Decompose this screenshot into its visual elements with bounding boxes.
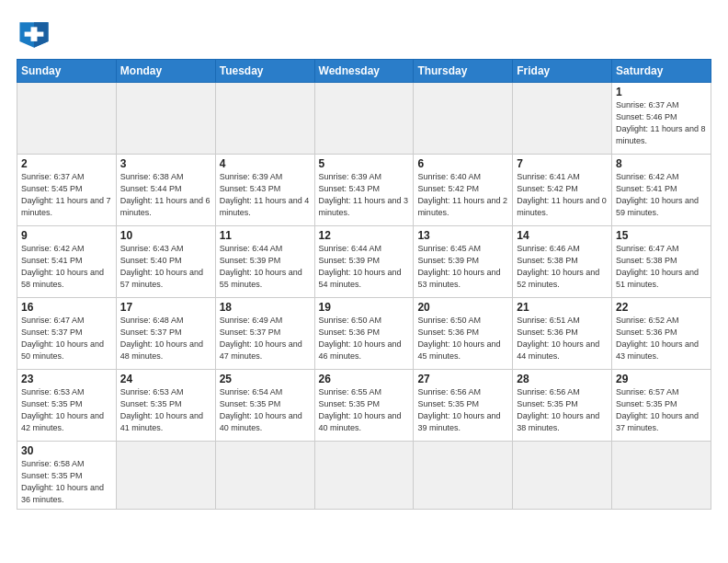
day-info: Sunrise: 6:50 AM Sunset: 5:36 PM Dayligh… <box>417 315 508 362</box>
calendar-cell: 28Sunrise: 6:56 AM Sunset: 5:35 PM Dayli… <box>513 370 612 442</box>
day-number: 27 <box>417 373 508 385</box>
calendar-cell <box>116 83 215 155</box>
day-number: 25 <box>220 373 311 385</box>
day-info: Sunrise: 6:49 AM Sunset: 5:37 PM Dayligh… <box>220 315 311 362</box>
calendar-cell <box>215 83 314 155</box>
calendar-cell: 4Sunrise: 6:39 AM Sunset: 5:43 PM Daylig… <box>215 155 314 226</box>
weekday-header-tuesday: Tuesday <box>215 60 314 83</box>
day-number: 24 <box>120 373 211 385</box>
day-info: Sunrise: 6:44 AM Sunset: 5:39 PM Dayligh… <box>220 243 311 291</box>
day-info: Sunrise: 6:52 AM Sunset: 5:36 PM Dayligh… <box>616 315 707 362</box>
day-number: 16 <box>21 301 112 314</box>
calendar-cell: 25Sunrise: 6:54 AM Sunset: 5:35 PM Dayli… <box>215 370 314 442</box>
day-info: Sunrise: 6:42 AM Sunset: 5:41 PM Dayligh… <box>21 243 112 291</box>
day-number: 3 <box>120 157 211 170</box>
day-info: Sunrise: 6:53 AM Sunset: 5:35 PM Dayligh… <box>21 386 112 434</box>
day-info: Sunrise: 6:47 AM Sunset: 5:38 PM Dayligh… <box>616 243 707 291</box>
calendar-cell: 6Sunrise: 6:40 AM Sunset: 5:42 PM Daylig… <box>414 155 513 226</box>
day-info: Sunrise: 6:48 AM Sunset: 5:37 PM Dayligh… <box>120 315 211 362</box>
day-info: Sunrise: 6:46 AM Sunset: 5:38 PM Dayligh… <box>517 243 608 291</box>
day-info: Sunrise: 6:56 AM Sunset: 5:35 PM Dayligh… <box>417 386 508 434</box>
day-number: 28 <box>517 373 608 385</box>
calendar-cell: 5Sunrise: 6:39 AM Sunset: 5:43 PM Daylig… <box>314 155 414 226</box>
day-number: 26 <box>319 373 410 385</box>
calendar-cell: 21Sunrise: 6:51 AM Sunset: 5:36 PM Dayli… <box>513 298 612 370</box>
day-number: 1 <box>616 86 707 98</box>
calendar-cell: 12Sunrise: 6:44 AM Sunset: 5:39 PM Dayli… <box>314 226 414 298</box>
calendar-cell <box>612 442 711 510</box>
day-info: Sunrise: 6:37 AM Sunset: 5:46 PM Dayligh… <box>616 99 707 147</box>
day-info: Sunrise: 6:45 AM Sunset: 5:39 PM Dayligh… <box>417 243 508 291</box>
day-info: Sunrise: 6:54 AM Sunset: 5:35 PM Dayligh… <box>220 386 311 434</box>
day-number: 13 <box>417 229 508 242</box>
day-info: Sunrise: 6:39 AM Sunset: 5:43 PM Dayligh… <box>319 171 410 219</box>
day-number: 19 <box>319 301 410 314</box>
day-number: 4 <box>220 157 311 170</box>
day-number: 8 <box>616 157 707 170</box>
calendar-cell <box>513 442 612 510</box>
day-number: 14 <box>517 229 608 242</box>
calendar-cell <box>116 442 215 510</box>
week-row-4: 16Sunrise: 6:47 AM Sunset: 5:37 PM Dayli… <box>17 298 711 370</box>
calendar-cell: 10Sunrise: 6:43 AM Sunset: 5:40 PM Dayli… <box>116 226 215 298</box>
calendar-cell: 17Sunrise: 6:48 AM Sunset: 5:37 PM Dayli… <box>116 298 215 370</box>
calendar-cell <box>215 442 314 510</box>
day-info: Sunrise: 6:38 AM Sunset: 5:44 PM Dayligh… <box>120 171 211 219</box>
weekday-header-thursday: Thursday <box>414 60 513 83</box>
day-number: 2 <box>21 157 112 170</box>
calendar-cell: 8Sunrise: 6:42 AM Sunset: 5:41 PM Daylig… <box>612 155 711 226</box>
day-number: 10 <box>120 229 211 242</box>
day-number: 29 <box>616 373 707 385</box>
weekday-header-wednesday: Wednesday <box>314 60 414 83</box>
calendar-cell: 23Sunrise: 6:53 AM Sunset: 5:35 PM Dayli… <box>17 370 117 442</box>
calendar-cell: 26Sunrise: 6:55 AM Sunset: 5:35 PM Dayli… <box>314 370 414 442</box>
weekday-header-friday: Friday <box>513 60 612 83</box>
day-info: Sunrise: 6:56 AM Sunset: 5:35 PM Dayligh… <box>517 386 608 434</box>
calendar-cell: 20Sunrise: 6:50 AM Sunset: 5:36 PM Dayli… <box>414 298 513 370</box>
day-info: Sunrise: 6:58 AM Sunset: 5:35 PM Dayligh… <box>21 458 112 506</box>
weekday-header-saturday: Saturday <box>612 60 711 83</box>
calendar-cell: 7Sunrise: 6:41 AM Sunset: 5:42 PM Daylig… <box>513 155 612 226</box>
day-number: 23 <box>21 373 112 385</box>
weekday-header-sunday: Sunday <box>17 60 117 83</box>
calendar-cell: 3Sunrise: 6:38 AM Sunset: 5:44 PM Daylig… <box>116 155 215 226</box>
day-info: Sunrise: 6:44 AM Sunset: 5:39 PM Dayligh… <box>319 243 410 291</box>
day-info: Sunrise: 6:47 AM Sunset: 5:37 PM Dayligh… <box>21 315 112 362</box>
calendar-cell: 24Sunrise: 6:53 AM Sunset: 5:35 PM Dayli… <box>116 370 215 442</box>
day-number: 6 <box>417 157 508 170</box>
calendar-cell: 30Sunrise: 6:58 AM Sunset: 5:35 PM Dayli… <box>17 442 117 510</box>
calendar-cell: 27Sunrise: 6:56 AM Sunset: 5:35 PM Dayli… <box>414 370 513 442</box>
day-info: Sunrise: 6:57 AM Sunset: 5:35 PM Dayligh… <box>616 386 707 434</box>
day-number: 21 <box>517 301 608 314</box>
calendar-cell: 11Sunrise: 6:44 AM Sunset: 5:39 PM Dayli… <box>215 226 314 298</box>
calendar-cell <box>414 442 513 510</box>
day-info: Sunrise: 6:42 AM Sunset: 5:41 PM Dayligh… <box>616 171 707 219</box>
week-row-2: 2Sunrise: 6:37 AM Sunset: 5:45 PM Daylig… <box>17 155 711 226</box>
weekday-header-row: SundayMondayTuesdayWednesdayThursdayFrid… <box>17 60 711 83</box>
calendar-cell: 9Sunrise: 6:42 AM Sunset: 5:41 PM Daylig… <box>17 226 117 298</box>
day-number: 9 <box>21 229 112 242</box>
calendar-cell <box>314 83 414 155</box>
day-info: Sunrise: 6:55 AM Sunset: 5:35 PM Dayligh… <box>319 386 410 434</box>
svg-rect-3 <box>25 32 44 37</box>
calendar-cell: 16Sunrise: 6:47 AM Sunset: 5:37 PM Dayli… <box>17 298 117 370</box>
calendar-cell: 14Sunrise: 6:46 AM Sunset: 5:38 PM Dayli… <box>513 226 612 298</box>
calendar-cell: 2Sunrise: 6:37 AM Sunset: 5:45 PM Daylig… <box>17 155 117 226</box>
week-row-3: 9Sunrise: 6:42 AM Sunset: 5:41 PM Daylig… <box>17 226 711 298</box>
day-number: 22 <box>616 301 707 314</box>
day-number: 5 <box>319 157 410 170</box>
calendar-cell <box>17 83 117 155</box>
day-number: 12 <box>319 229 410 242</box>
day-info: Sunrise: 6:40 AM Sunset: 5:42 PM Dayligh… <box>417 171 508 219</box>
day-number: 17 <box>120 301 211 314</box>
calendar-cell: 19Sunrise: 6:50 AM Sunset: 5:36 PM Dayli… <box>314 298 414 370</box>
day-info: Sunrise: 6:53 AM Sunset: 5:35 PM Dayligh… <box>120 386 211 434</box>
day-number: 15 <box>616 229 707 242</box>
logo <box>17 20 53 50</box>
logo-icon <box>17 20 51 50</box>
calendar-cell: 22Sunrise: 6:52 AM Sunset: 5:36 PM Dayli… <box>612 298 711 370</box>
day-number: 30 <box>21 444 112 457</box>
calendar-cell: 18Sunrise: 6:49 AM Sunset: 5:37 PM Dayli… <box>215 298 314 370</box>
calendar-cell: 29Sunrise: 6:57 AM Sunset: 5:35 PM Dayli… <box>612 370 711 442</box>
calendar-cell <box>513 83 612 155</box>
